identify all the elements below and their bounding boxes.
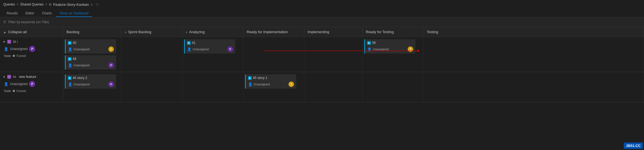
- row-44-feature-icon: ⬡: [7, 75, 11, 79]
- row-44-testing-cell: [423, 72, 644, 102]
- wi-48-id: 48: [73, 57, 76, 61]
- breadcrumb-shared-queries[interactable]: Shared Queries: [20, 2, 44, 6]
- breadcrumb-board-icon: ⊞: [49, 2, 52, 6]
- row-38-feature-icon: ⬡: [7, 40, 11, 44]
- implementing-label: Implementing: [308, 30, 329, 34]
- wi-card-39[interactable]: ■ 39 👤 Unassigned Y: [364, 39, 415, 54]
- wi-40-avatar: Y: [108, 46, 114, 52]
- wi-39-type-icon: ■: [367, 41, 371, 45]
- row-38-meta: 👤 Unassigned P: [3, 45, 60, 52]
- wi-40-id: 40: [73, 41, 76, 45]
- column-headers: ▲ Collapse all Backlog « Sprint Backlog …: [0, 27, 644, 37]
- row-38-ready-testing-cell: ■ 39 👤 Unassigned Y: [362, 37, 423, 72]
- breadcrumb-star[interactable]: ☆: [96, 2, 99, 7]
- row-38-backlog-cell: ■ 40 👤 Unassigned Y ■ 48 👤: [63, 37, 121, 72]
- wi-45-avatar: Y: [288, 81, 294, 87]
- wi-46-assignee: Unassigned: [73, 83, 107, 86]
- wi-card-40[interactable]: ■ 40 👤 Unassigned Y: [65, 39, 116, 54]
- row-44-state: State Funnel: [3, 89, 60, 93]
- breadcrumb-chevron[interactable]: ∨: [91, 3, 93, 6]
- collapse-chevron-icon: ▲: [3, 30, 6, 34]
- wi-40-assign-icon: 👤: [68, 47, 72, 51]
- wi-card-48[interactable]: ■ 48 👤 Unassigned P: [65, 55, 116, 70]
- sprint-backlog-label: Sprint Backlog: [128, 30, 151, 34]
- wi-46-type-icon: ■: [68, 76, 71, 80]
- row-44-backlog-cell: ■ 46 story 2 👤 Unassigned P: [63, 72, 121, 102]
- testing-label: Testing: [427, 30, 438, 34]
- row-44-title: new feature: [19, 75, 36, 79]
- wi-41-type-icon: ■: [187, 41, 191, 45]
- wi-45-type-icon: ■: [248, 76, 252, 80]
- wi-46-avatar: P: [108, 81, 114, 87]
- analyzing-header[interactable]: « Analyzing: [182, 27, 243, 37]
- row-38-sprint-backlog-cell: [121, 37, 182, 72]
- tab-bar: Results Editor Charts Show as Taskboard: [0, 9, 644, 17]
- sprint-backlog-collapse-icon: «: [125, 30, 126, 34]
- ready-impl-header: Ready for Implementation: [243, 27, 304, 37]
- row-38-state-dot: [13, 55, 15, 57]
- wi-45-id: 45 story 1: [253, 76, 267, 80]
- filter-text[interactable]: Filter by keywords (on Title): [8, 20, 49, 24]
- row-44-meta: 👤 Unassigned P: [3, 80, 60, 88]
- board-row-44: ▼ ⬡ 44 new feature 👤 Unassigned P State …: [0, 72, 644, 102]
- wi-39-assignee: Unassigned: [373, 48, 407, 51]
- filter-icon: ▽: [3, 20, 6, 24]
- implementing-header: Implementing: [304, 27, 362, 37]
- row-38-avatar: P: [29, 46, 35, 52]
- wi-card-45[interactable]: ■ 45 story 1 👤 Unassigned Y: [245, 74, 296, 89]
- row-38-funnel-label: Funnel: [17, 54, 26, 57]
- breadcrumb-bar: Queries > Shared Queries > ⊞ Feature-Sto…: [0, 0, 644, 9]
- wi-39-assign-icon: 👤: [367, 47, 372, 51]
- row-44-assignee: Unassigned: [10, 82, 27, 86]
- row-38-expand[interactable]: ▼: [3, 40, 6, 43]
- wi-card-46[interactable]: ■ 46 story 2 👤 Unassigned P: [65, 74, 116, 89]
- board-row-38: ▼ ⬡ 38 | 👤 Unassigned P State Funnel: [0, 37, 644, 72]
- wi-48-assignee: Unassigned: [73, 64, 107, 67]
- row-38-ready-impl-cell: [243, 37, 304, 72]
- collapse-all-header[interactable]: ▲ Collapse all: [0, 27, 63, 37]
- row-38-analyzing-cell: ■ 41 👤 Unassigned P: [182, 37, 243, 72]
- tab-results[interactable]: Results: [3, 10, 21, 17]
- row-44-state-label: State: [4, 89, 11, 93]
- backlog-label: Backlog: [67, 30, 79, 34]
- row-38-state-label: State: [4, 54, 11, 57]
- filter-bar: ▽ Filter by keywords (on Title): [0, 17, 644, 27]
- breadcrumb-queries[interactable]: Queries: [3, 2, 15, 6]
- breadcrumb-sep1: >: [17, 2, 19, 6]
- ready-testing-label: Ready for Testing: [366, 30, 394, 34]
- wi-41-assignee: Unassigned: [193, 48, 226, 51]
- sprint-backlog-header[interactable]: « Sprint Backlog: [121, 27, 182, 37]
- wi-48-assign-icon: 👤: [68, 63, 72, 67]
- wi-39-avatar: Y: [408, 46, 413, 52]
- row-44-implementing-cell: [304, 72, 362, 102]
- kanban-area: ▲ Collapse all Backlog « Sprint Backlog …: [0, 27, 644, 140]
- wi-41-assign-icon: 👤: [187, 47, 191, 51]
- wi-48-avatar: P: [108, 62, 114, 68]
- breadcrumb-sep2: >: [45, 2, 47, 6]
- tab-editor[interactable]: Editor: [22, 10, 37, 17]
- row-label-44: ▼ ⬡ 44 new feature 👤 Unassigned P State …: [0, 72, 63, 102]
- ready-impl-label: Ready for Implementation: [247, 30, 288, 34]
- wi-41-id: 41: [192, 41, 195, 45]
- row-label-38: ▼ ⬡ 38 | 👤 Unassigned P State Funnel: [0, 37, 63, 72]
- row-38-implementing-cell: [304, 37, 362, 72]
- wi-card-41[interactable]: ■ 41 👤 Unassigned P: [184, 39, 235, 54]
- wi-46-assign-icon: 👤: [68, 82, 72, 86]
- wi-40-assignee: Unassigned: [73, 48, 107, 51]
- tab-charts[interactable]: Charts: [39, 10, 55, 17]
- wi-41-avatar: P: [228, 46, 233, 52]
- wi-45-assign-icon: 👤: [248, 82, 252, 86]
- wi-48-type-icon: ■: [68, 57, 71, 61]
- row-44-ready-testing-cell: [362, 72, 423, 102]
- row-44-expand[interactable]: ▼: [3, 75, 6, 78]
- row-44-assignee-icon: 👤: [4, 82, 8, 86]
- tab-taskboard[interactable]: Show as Taskboard: [56, 10, 92, 17]
- row-44-analyzing-cell: [182, 72, 243, 102]
- breadcrumb-title[interactable]: Feature-Story-Kanban: [53, 2, 89, 7]
- row-44-state-dot: [13, 90, 15, 92]
- analyzing-label: Analyzing: [189, 30, 205, 34]
- wi-40-type-icon: ■: [68, 41, 71, 45]
- wi-45-assignee: Unassigned: [254, 83, 287, 86]
- watermark: JB51.CC: [624, 143, 643, 149]
- row-44-ready-impl-cell: ■ 45 story 1 👤 Unassigned Y: [243, 72, 304, 102]
